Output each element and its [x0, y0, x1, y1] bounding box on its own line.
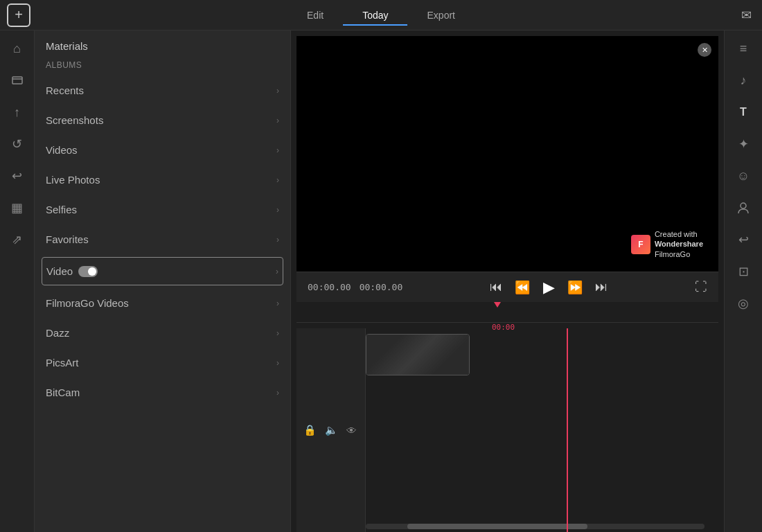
grid-icon[interactable]: ▦ — [6, 197, 28, 219]
menu-item-dazz[interactable]: Dazz › — [35, 318, 290, 348]
timeline-area: 🔒 🔈 👁 00:00 — [296, 302, 718, 532]
chevron-icon: › — [276, 235, 279, 245]
layers-icon[interactable] — [6, 69, 28, 91]
time-total: 00:00.00 — [360, 282, 403, 292]
menu-icon[interactable]: ≡ — [732, 37, 754, 60]
tab-edit[interactable]: Edit — [287, 6, 343, 25]
close-preview-button[interactable]: ✕ — [698, 43, 711, 57]
tab-today[interactable]: Today — [343, 6, 407, 25]
home-icon[interactable]: ⌂ — [6, 37, 28, 60]
headphone-icon[interactable]: ◎ — [732, 292, 754, 314]
playback-controls: 00:00.00 00:00.00 ⏮ ⏪ ▶ ⏩ ⏭ ⛶ — [296, 272, 718, 302]
top-bar: + Edit Today Export ✉ — [0, 0, 762, 30]
menu-item-favorites[interactable]: Favorites › — [35, 224, 290, 254]
undo-icon[interactable]: ↩ — [6, 165, 28, 187]
back-icon[interactable]: ↩ — [732, 229, 754, 251]
menu-item-video[interactable]: Video › — [42, 257, 283, 285]
menu-item-picsart[interactable]: PicsArt › — [35, 348, 290, 378]
timeline-marker-head — [494, 302, 501, 308]
timeline-header — [296, 302, 718, 323]
time-current: 00:00.00 — [308, 282, 351, 292]
chevron-icon: › — [276, 267, 278, 276]
menu-item-selfies[interactable]: Selfies › — [35, 195, 290, 224]
back-button[interactable]: ⏪ — [513, 278, 532, 297]
video-toggle[interactable] — [78, 266, 98, 277]
materials-header: Materials — [35, 30, 290, 57]
right-sidebar: ≡ ♪ T ✦ ☺ ↩ ⊡ ◎ — [724, 30, 762, 532]
crop-icon[interactable]: ⊡ — [732, 260, 754, 283]
chevron-icon: › — [276, 205, 279, 215]
menu-item-videos[interactable]: Videos › — [35, 135, 290, 165]
top-bar-left: + — [0, 3, 38, 27]
icon-sidebar-left: ⌂ ↑ ↺ ↩ ▦ ⇗ — [0, 30, 35, 532]
video-label: Video — [46, 265, 73, 277]
menu-item-label: Dazz — [46, 327, 69, 339]
text-icon[interactable]: T — [732, 101, 754, 123]
menu-item-label: Recents — [46, 85, 84, 96]
time-display: 00:00.00 00:00.00 — [308, 282, 402, 292]
menu-item-live-photos[interactable]: Live Photos › — [35, 165, 290, 195]
main-content: ⌂ ↑ ↺ ↩ ▦ ⇗ Materials Albums Recents › S… — [0, 30, 762, 532]
watermark-logo: F — [631, 235, 650, 254]
person-icon[interactable] — [732, 197, 754, 219]
skip-back-button[interactable]: ⏮ — [486, 278, 506, 297]
left-panel: Materials Albums Recents › Screenshots ›… — [35, 30, 291, 532]
menu-item-label: Videos — [46, 144, 78, 156]
chevron-icon: › — [276, 86, 279, 96]
mail-icon[interactable]: ✉ — [738, 8, 754, 23]
video-preview: ✕ F Created with Wondershare FilmoraGo — [296, 36, 718, 272]
svg-rect-0 — [12, 77, 22, 84]
eye-icon[interactable]: 👁 — [346, 425, 357, 436]
menu-item-label: Favorites — [46, 233, 89, 245]
menu-item-filmorago-videos[interactable]: FilmoraGo Videos › — [35, 288, 290, 318]
ctrl-buttons: ⏮ ⏪ ▶ ⏩ ⏭ — [486, 278, 611, 297]
albums-label: Albums — [35, 57, 290, 76]
track-content — [366, 328, 718, 532]
share2-icon[interactable]: ⇗ — [6, 229, 28, 251]
top-bar-right: ✉ — [738, 8, 762, 23]
track-clip[interactable] — [366, 334, 470, 375]
chevron-icon: › — [276, 175, 279, 185]
menu-item-label: BitCam — [46, 387, 80, 398]
clip-thumbnail — [366, 335, 469, 375]
fullscreen-button[interactable]: ⛶ — [695, 280, 707, 294]
menu-item-label: Screenshots — [46, 114, 103, 126]
menu-item-label: FilmoraGo Videos — [46, 297, 129, 309]
chevron-icon: › — [276, 388, 279, 398]
play-button[interactable]: ▶ — [539, 278, 558, 297]
menu-item-screenshots[interactable]: Screenshots › — [35, 105, 290, 135]
timeline-scrollbar[interactable] — [366, 524, 705, 529]
svg-point-2 — [741, 203, 746, 209]
menu-item-recents[interactable]: Recents › — [35, 76, 290, 105]
timeline-marker-label: 00:00 — [492, 323, 515, 332]
center-area: ✕ F Created with Wondershare FilmoraGo 0… — [291, 30, 724, 532]
timeline-track: 🔒 🔈 👁 — [296, 328, 718, 532]
chevron-icon: › — [276, 358, 279, 368]
timeline-playhead-line — [567, 328, 568, 532]
watermark: F Created with Wondershare FilmoraGo — [626, 227, 709, 262]
chevron-icon: › — [276, 299, 279, 308]
forward-button[interactable]: ⏩ — [565, 278, 585, 297]
track-tools: 🔒 🔈 👁 — [296, 328, 366, 532]
lock-icon[interactable]: 🔒 — [303, 424, 317, 436]
menu-item-bitcam[interactable]: BitCam › — [35, 378, 290, 407]
watermark-text: Created with Wondershare FilmoraGo — [655, 229, 703, 259]
add-button[interactable]: + — [7, 3, 30, 27]
menu-item-label: PicsArt — [46, 357, 79, 369]
top-bar-tabs: Edit Today Export — [287, 6, 475, 25]
menu-item-label: Selfies — [46, 204, 77, 215]
sticker-icon[interactable]: ✦ — [732, 133, 754, 155]
chevron-icon: › — [276, 145, 279, 155]
video-item-left: Video — [46, 265, 98, 277]
emoji-icon[interactable]: ☺ — [732, 165, 754, 187]
chevron-icon: › — [276, 116, 279, 125]
share-icon[interactable]: ↑ — [6, 101, 28, 123]
music-icon[interactable]: ♪ — [732, 69, 754, 91]
chevron-icon: › — [276, 328, 279, 338]
tab-export[interactable]: Export — [408, 6, 475, 25]
menu-item-label: Live Photos — [46, 174, 100, 186]
rotate-icon[interactable]: ↺ — [6, 133, 28, 155]
skip-forward-button[interactable]: ⏭ — [592, 278, 611, 297]
scrollbar-thumb[interactable] — [407, 524, 587, 529]
sound-icon[interactable]: 🔈 — [325, 424, 338, 436]
